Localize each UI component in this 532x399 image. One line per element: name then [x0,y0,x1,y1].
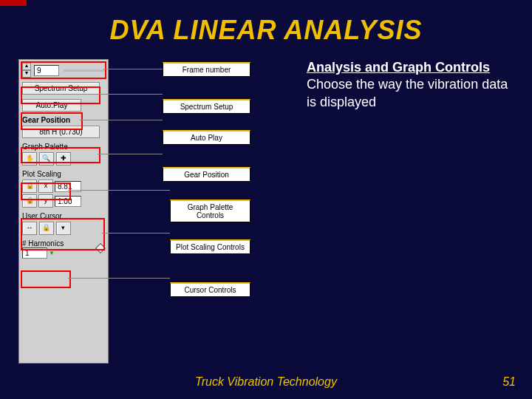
autoplay-button[interactable]: Auto.Play [22,99,81,112]
chevron-down-icon[interactable]: ▼ [49,250,55,256]
scale-y-icon[interactable]: y [38,194,53,208]
frame-stepper[interactable]: ▲▼ [22,63,31,78]
plot-val-2[interactable]: 1.00 [55,196,81,207]
body-text: Analysis and Graph Controls Choose the w… [307,59,521,111]
conn-autoplay [80,120,163,120]
plot-scaling-label: Plot Scaling [22,170,105,178]
label-frame: Frame number [163,62,250,77]
cursor-lock-icon[interactable]: 🔒 [39,222,54,235]
harmonics-label: # Harmonics [22,239,64,248]
tool-icon[interactable]: ✚ [56,152,71,166]
cursor-move-icon[interactable]: ↔ [22,222,37,235]
hand-icon[interactable]: ✋ [22,152,37,166]
harmonics-value[interactable]: 1 [22,248,47,259]
controls-panel: ▲▼ 9 Spectrum Setup Auto.Play Gear Posit… [18,59,109,364]
lock-y-icon[interactable]: 🔒 [22,194,37,208]
graph-palette-label: Graph Palette [22,143,105,151]
cursor-opts-icon[interactable]: ▾ [56,222,71,235]
spectrum-setup-button[interactable]: Spectrum Setup [22,82,100,95]
body-desc: Choose the way the vibration data is dis… [307,77,508,109]
conn-gear [98,154,163,154]
label-spectrum: Spectrum Setup [163,99,250,114]
slide-title: DVA LINEAR ANALYSIS [0,15,532,46]
body-heading: Analysis and Graph Controls [307,60,490,75]
nav-diamond[interactable] [95,243,106,253]
label-graph: Graph Palette Controls [170,200,250,222]
conn-plot [102,233,170,233]
page-number: 51 [502,375,516,389]
label-autoplay: Auto Play [163,130,250,145]
gear-position-value[interactable]: 8th H (0.730) [22,126,100,138]
accent-bar [0,0,27,6]
label-cursor: Cursor Controls [170,282,250,297]
conn-graph [68,190,170,191]
frame-slider[interactable] [64,69,105,72]
zoom-icon[interactable]: 🔍 [39,152,54,166]
user-cursor-label: User Cursor [22,212,105,220]
label-gear: Gear Position [163,167,250,182]
label-plot: Plot Scaling Controls [170,239,250,254]
conn-frame [103,69,163,69]
footer-text: Truck Vibration Technology [0,375,532,389]
conn-cursor [68,278,170,279]
frame-value[interactable]: 9 [34,65,59,76]
conn-spectrum [98,94,163,95]
lock-x-icon[interactable]: 🔒 [22,180,37,193]
scale-x-icon[interactable]: x [38,180,53,193]
